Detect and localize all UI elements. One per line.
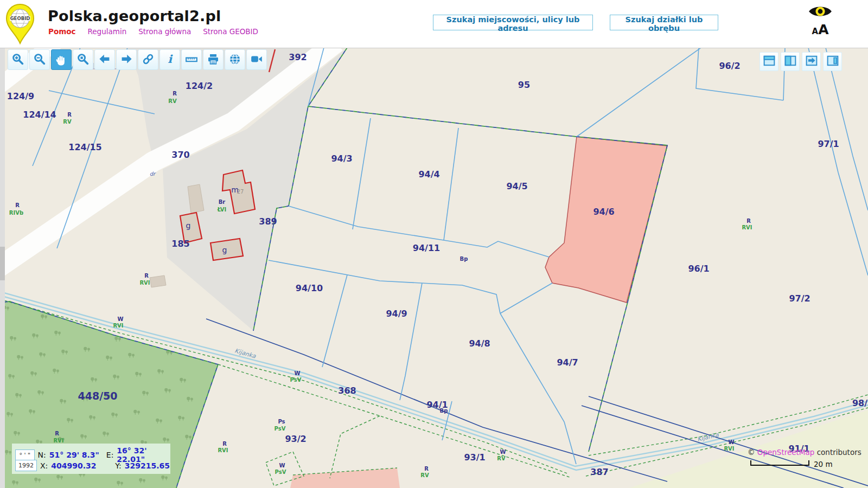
search-address-button[interactable]: Szukaj miejscowości, ulicy lub adresu	[433, 15, 593, 30]
forward-button[interactable]	[116, 49, 137, 70]
zoom-in-button[interactable]	[8, 49, 28, 70]
video-button[interactable]	[246, 49, 267, 70]
layout-toolbar	[760, 52, 842, 71]
crs-button[interactable]: 1992	[15, 460, 37, 471]
osm-link[interactable]: OpenStreetMap	[757, 448, 815, 457]
svg-text:GEOBID: GEOBID	[10, 16, 30, 21]
print-icon	[207, 53, 220, 67]
layout-transfer-button[interactable]	[802, 52, 821, 71]
info-icon: i	[163, 53, 176, 67]
zoom-out-icon	[33, 53, 46, 67]
link-button[interactable]	[138, 49, 158, 70]
geoportal-app: { "header": { "title": "Polska.geoportal…	[0, 0, 868, 488]
layout-left-button[interactable]	[781, 52, 800, 71]
nav-pomoc[interactable]: Pomoc	[48, 27, 76, 36]
site-title: Polska.geoportal2.pl	[48, 8, 221, 24]
nav-strona-glowna[interactable]: Strona główna	[138, 27, 191, 36]
layout-left-icon	[784, 55, 796, 68]
measure-button[interactable]	[181, 49, 202, 70]
back-icon	[98, 53, 111, 67]
globe-button[interactable]	[225, 49, 245, 70]
x-label: X:	[40, 461, 48, 470]
panel-drag-handle[interactable]	[0, 247, 5, 280]
layout-right-icon	[827, 55, 839, 68]
globe-icon	[228, 53, 241, 67]
svg-text:i: i	[168, 53, 173, 66]
header-nav: Pomoc Regulamin Strona główna Strona GEO…	[48, 27, 258, 36]
measure-icon	[185, 53, 198, 67]
layout-right-button[interactable]	[823, 52, 842, 71]
y-label: Y:	[115, 461, 121, 470]
print-button[interactable]	[203, 49, 224, 70]
pan-button[interactable]	[51, 49, 72, 70]
map-canvas[interactable]	[0, 48, 868, 488]
map-toolbar: i	[8, 49, 267, 70]
font-size-toggle[interactable]: AA	[804, 23, 837, 36]
n-label: N:	[38, 451, 46, 459]
video-icon	[250, 53, 263, 67]
geobid-logo-icon: GEOBID	[4, 3, 36, 45]
contrast-eye-icon[interactable]	[808, 3, 833, 20]
map-viewport[interactable]	[0, 48, 868, 488]
left-panel-strip	[0, 48, 5, 488]
link-icon	[142, 53, 155, 67]
e-label: E:	[106, 451, 114, 459]
osm-attribution: © OpenStreetMap contributors	[748, 448, 861, 457]
back-button[interactable]	[94, 49, 115, 70]
zoom-extent-icon	[76, 53, 90, 67]
n-value: 51° 29' 8.3"	[49, 451, 103, 459]
header: GEOBID Polska.geoportal2.pl Pomoc Regula…	[0, 0, 868, 48]
nav-regulamin[interactable]: Regulamin	[88, 27, 127, 36]
info-button[interactable]: i	[159, 49, 180, 70]
zoom-extent-button[interactable]	[73, 49, 93, 70]
coordinates-panel: ° ' " N: 51° 29' 8.3" E: 16° 32' 22.01" …	[12, 444, 170, 474]
y-value: 329215.65	[125, 461, 170, 470]
dms-format-button[interactable]: ° ' "	[15, 450, 35, 461]
scale-label: 20 m	[814, 460, 833, 468]
layout-top-button[interactable]	[760, 52, 778, 71]
x-value: 404990.32	[51, 461, 112, 470]
pan-icon	[55, 53, 68, 67]
layout-top-icon	[763, 55, 775, 68]
layout-transfer-icon	[806, 55, 818, 68]
search-parcel-button[interactable]: Szukaj działki lub obrębu	[610, 15, 718, 30]
zoom-out-button[interactable]	[29, 49, 50, 70]
accessibility-controls: AA	[804, 3, 837, 36]
nav-strona-geobid[interactable]: Strona GEOBID	[203, 27, 258, 36]
building-g2	[210, 239, 243, 260]
forward-icon	[120, 53, 133, 67]
scale-bar	[750, 460, 809, 466]
zoom-in-icon	[11, 53, 24, 67]
